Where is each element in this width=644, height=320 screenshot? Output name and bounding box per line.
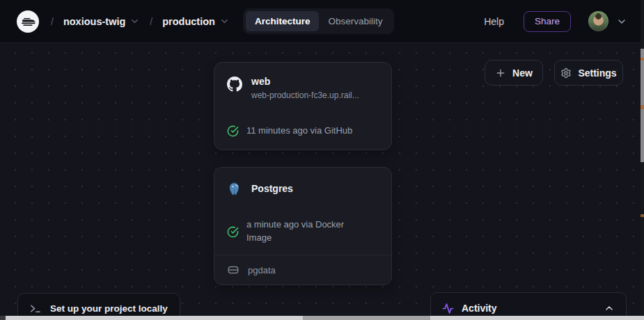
service-card-titles: web web-production-fc3e.up.rail... — [251, 76, 359, 100]
chevron-up-icon[interactable] — [604, 303, 615, 314]
volume-row-pgdata[interactable]: pgdata — [214, 255, 391, 285]
right-edge-window-sliver — [641, 0, 644, 320]
plus-icon — [495, 67, 506, 79]
new-button[interactable]: New — [485, 60, 543, 86]
environment-name: production — [162, 16, 215, 27]
deploy-status-text: 11 minutes ago via GitHub — [246, 125, 352, 138]
breadcrumb-environment-menu[interactable]: production — [162, 16, 230, 27]
right-edge-color-dot — [641, 214, 644, 217]
view-tab-group: Architecture Observability — [243, 8, 395, 34]
setup-project-locally-label: Set up your project locally — [50, 303, 168, 314]
volume-name: pgdata — [248, 265, 276, 275]
right-edge-color-dot — [641, 105, 644, 109]
settings-button-label: Settings — [578, 67, 616, 79]
help-link[interactable]: Help — [484, 16, 504, 27]
tab-architecture[interactable]: Architecture — [246, 11, 320, 31]
right-edge-color-dot — [641, 58, 644, 61]
railway-logo-icon[interactable] — [17, 10, 39, 33]
service-card-web[interactable]: web web-production-fc3e.up.rail... 11 mi… — [214, 62, 392, 150]
gear-icon — [560, 67, 572, 79]
hard-drive-icon — [227, 264, 239, 276]
tab-observability[interactable]: Observability — [319, 11, 391, 31]
breadcrumb-project-menu[interactable]: noxious-twig — [63, 16, 140, 27]
top-navigation-bar: / noxious-twig / production Architecture… — [0, 0, 644, 43]
project-name: noxious-twig — [63, 16, 125, 27]
deploy-status-row: a minute ago via Docker Image — [227, 218, 379, 245]
chevron-down-icon[interactable] — [616, 16, 627, 27]
breadcrumb-separator: / — [51, 16, 54, 27]
share-button[interactable]: Share — [524, 11, 571, 32]
user-avatar[interactable] — [588, 11, 608, 31]
terminal-icon — [29, 303, 41, 314]
postgresql-icon — [227, 182, 242, 197]
service-name: web — [251, 76, 359, 88]
check-circle-icon — [227, 226, 239, 238]
new-button-label: New — [512, 67, 533, 79]
service-domain: web-production-fc3e.up.rail... — [251, 90, 359, 100]
service-card-postgres[interactable]: Postgres a minute ago via Docker Image p… — [214, 167, 392, 285]
header-actions: Help Share — [484, 11, 627, 32]
service-card-header: Postgres — [227, 181, 379, 197]
deploy-status-row: 11 minutes ago via GitHub — [227, 125, 379, 138]
check-circle-icon — [227, 125, 239, 137]
service-name: Postgres — [251, 183, 293, 195]
breadcrumb-separator: / — [150, 16, 152, 27]
service-card-body: Postgres a minute ago via Docker Image — [214, 168, 391, 255]
deploy-status-text: a minute ago via Docker Image — [246, 218, 368, 245]
activity-icon — [442, 303, 454, 314]
bottom-edge-window-sliver — [0, 316, 644, 320]
settings-button[interactable]: Settings — [554, 60, 623, 86]
railway-project-canvas-page: / noxious-twig / production Architecture… — [0, 0, 644, 320]
activity-label: Activity — [462, 303, 497, 314]
architecture-canvas[interactable]: web web-production-fc3e.up.rail... 11 mi… — [0, 43, 644, 320]
github-icon — [227, 77, 242, 92]
chevron-down-icon — [129, 16, 140, 26]
service-card-header: web web-production-fc3e.up.rail... — [227, 76, 379, 100]
chevron-down-icon — [219, 16, 230, 26]
